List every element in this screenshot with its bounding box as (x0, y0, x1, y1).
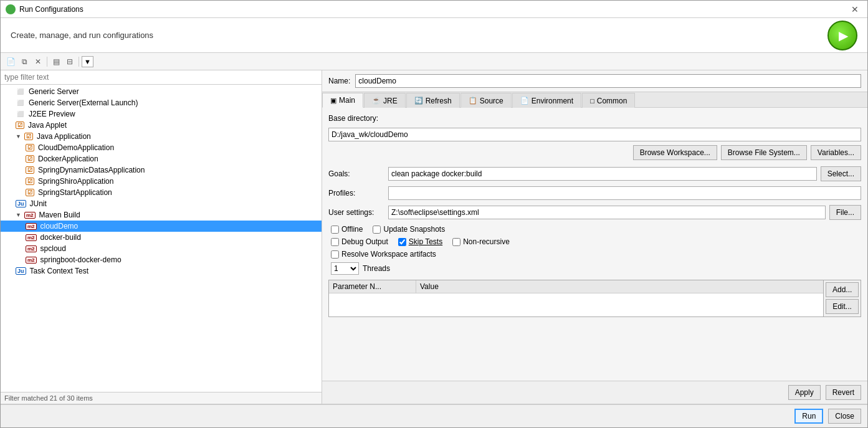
tree-item-label: DockerApplication (38, 155, 98, 163)
dialog-close-button[interactable]: Close (828, 409, 861, 424)
tab-common[interactable]: □ Common (582, 93, 635, 108)
tree-item-spcloud[interactable]: m2 spcloud (1, 243, 322, 254)
toolbar: 📄 ⧉ ✕ ▤ ⊟ ▼ (1, 53, 867, 70)
non-recursive-checkbox[interactable] (452, 238, 460, 246)
name-label: Name: (328, 77, 350, 85)
checkboxes-row-2: Debug Output Skip Tests Non-recursive (328, 237, 861, 246)
tree-item-label: Java Application (37, 132, 91, 141)
tree-item-junit[interactable]: Ju JUnit (1, 198, 322, 209)
debug-output-checkbox[interactable] (331, 238, 339, 246)
generic-server-ext-icon: ⬜ (16, 100, 25, 106)
tab-jre[interactable]: ☕ JRE (364, 93, 406, 108)
tree-item-generic-server[interactable]: ⬜ Generic Server (1, 86, 322, 97)
variables-button[interactable]: Variables... (811, 145, 861, 160)
user-settings-input[interactable] (388, 206, 826, 219)
update-snapshots-checkbox[interactable] (373, 226, 381, 234)
threads-label: Threads (363, 264, 390, 273)
base-directory-row: Base directory: (328, 114, 861, 123)
collapse-button[interactable]: ⊟ (64, 55, 76, 68)
profiles-input[interactable] (388, 186, 861, 200)
tree-item-spring-start[interactable]: ☑ SpringStartApplication (1, 187, 322, 198)
copy-config-button[interactable]: ⧉ (18, 55, 31, 68)
resolve-workspace-checkbox-label[interactable]: Resolve Workspace artifacts (331, 250, 436, 259)
tab-source[interactable]: 📋 Source (460, 93, 512, 108)
junit-icon: Ju (16, 200, 26, 207)
resolve-workspace-checkbox[interactable] (331, 250, 339, 259)
view-menu-dropdown[interactable]: ▼ (82, 56, 93, 67)
tree-item-java-application[interactable]: ▼ ☑ Java Application (1, 131, 322, 142)
docker-build-icon: m2 (26, 234, 37, 241)
tab-refresh[interactable]: 🔄 Refresh (406, 93, 460, 108)
jre-tab-icon: ☕ (372, 97, 381, 105)
new-config-button[interactable]: 📄 (4, 55, 17, 68)
tab-environment[interactable]: 📄 Environment (512, 93, 581, 108)
tree-item-label: cloudDemo (41, 222, 79, 231)
revert-button[interactable]: Revert (826, 385, 861, 400)
tree-item-docker-build[interactable]: m2 docker-build (1, 232, 322, 243)
dialog-subtitle: Create, manage, and run configurations (11, 31, 153, 40)
offline-label: Offline (341, 225, 363, 234)
skip-tests-checkbox-label[interactable]: Skip Tests (398, 237, 442, 246)
offline-checkbox-label[interactable]: Offline (331, 225, 363, 234)
param-table-header: Parameter N... Value (329, 280, 823, 293)
param-add-button[interactable]: Add... (826, 282, 859, 297)
tree-item-java-applet[interactable]: ☑ Java Applet (1, 120, 322, 131)
filter-input[interactable] (1, 70, 322, 85)
source-tab-icon: 📋 (469, 97, 477, 105)
run-large-button[interactable] (827, 21, 857, 50)
base-directory-input[interactable] (328, 128, 861, 141)
tree-item-docker-app[interactable]: ☑ DockerApplication (1, 153, 322, 164)
skip-tests-checkbox[interactable] (398, 238, 406, 246)
window-title: Run Configurations (19, 5, 83, 14)
skip-tests-label: Skip Tests (409, 237, 442, 246)
tree-item-j2ee[interactable]: ⬜ J2EE Preview (1, 108, 322, 120)
java-app-icon: ☑ (24, 133, 33, 140)
threads-select[interactable]: 1 2 4 (331, 262, 359, 275)
resolve-workspace-label: Resolve Workspace artifacts (341, 250, 436, 259)
tree-item-label: SpringDynamicDatasApplication (38, 166, 145, 174)
env-tab-icon: 📄 (520, 97, 529, 105)
tree-item-spring-dynamic[interactable]: ☑ SpringDynamicDatasApplication (1, 164, 322, 176)
tree-item-maven-build[interactable]: ▼ m2 Maven Build (1, 209, 322, 221)
tree-item-generic-server-ext[interactable]: ⬜ Generic Server(External Launch) (1, 97, 322, 108)
tree-item-label: springboot-docker-demo (41, 255, 122, 264)
close-window-button[interactable]: ✕ (847, 3, 862, 16)
tree-item-label: JUnit (30, 199, 47, 208)
browse-filesystem-button[interactable]: Browse File System... (721, 145, 807, 160)
profiles-label: Profiles: (328, 189, 384, 197)
tree-item-label: SpringStartApplication (38, 188, 112, 197)
goals-input[interactable] (388, 167, 817, 181)
spring-shiro-icon: ☑ (26, 178, 34, 185)
non-recursive-checkbox-label[interactable]: Non-recursive (452, 237, 510, 246)
left-panel: ⬜ Generic Server ⬜ Generic Server(Extern… (1, 70, 322, 404)
param-col-name-header: Parameter N... (329, 280, 416, 293)
title-bar-left: Run Configurations (6, 4, 83, 14)
browse-workspace-button[interactable]: Browse Workspace... (633, 145, 717, 160)
delete-config-button[interactable]: ✕ (32, 55, 44, 68)
tab-main[interactable]: ▣ Main (322, 93, 363, 108)
param-edit-button[interactable]: Edit... (826, 299, 859, 314)
param-table-actions: Add... Edit... (823, 280, 861, 316)
apply-button[interactable]: Apply (788, 385, 821, 400)
tab-common-label: Common (597, 97, 627, 105)
toolbar-separator-1 (47, 57, 47, 67)
goals-label: Goals: (328, 169, 384, 178)
tree-item-cloud-demo-app[interactable]: ☑ CloudDemoApplication (1, 142, 322, 153)
filter-button[interactable]: ▤ (50, 55, 62, 68)
tree-item-task-context[interactable]: Ju Task Context Test (1, 265, 322, 277)
debug-output-checkbox-label[interactable]: Debug Output (331, 237, 388, 246)
docker-app-icon: ☑ (26, 155, 34, 163)
tree-item-label: Task Context Test (30, 267, 89, 275)
tree-item-cloud-demo[interactable]: m2 cloudDemo (1, 221, 322, 232)
update-snapshots-checkbox-label[interactable]: Update Snapshots (373, 225, 445, 234)
dialog-footer: Run Close (1, 404, 867, 427)
tab-source-label: Source (480, 97, 503, 105)
name-input[interactable] (355, 74, 861, 88)
tree-item-spring-shiro[interactable]: ☑ SpringShiroApplication (1, 176, 322, 187)
run-button[interactable]: Run (794, 409, 823, 424)
offline-checkbox[interactable] (331, 226, 339, 234)
tree-item-springboot-docker[interactable]: m2 springboot-docker-demo (1, 254, 322, 265)
select-button[interactable]: Select... (821, 166, 861, 181)
name-row: Name: (322, 70, 867, 92)
file-button[interactable]: File... (829, 205, 861, 220)
